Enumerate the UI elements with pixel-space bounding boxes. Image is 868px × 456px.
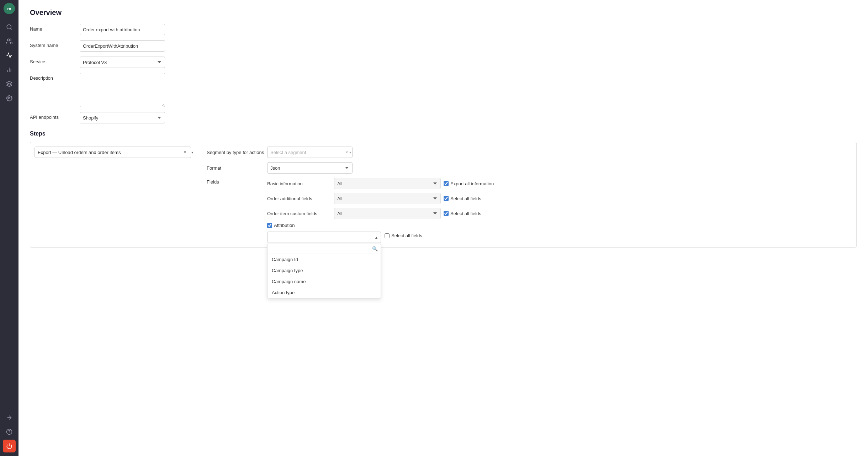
name-row: Name [30,24,857,35]
main-content: Overview Name System name Service Protoc… [18,0,868,456]
description-input[interactable] [80,73,165,107]
format-select[interactable]: Json [267,162,353,174]
fields-row: Fields Basic information All Export all … [207,178,851,243]
system-name-row: System name [30,40,857,52]
api-endpoints-row: API endpoints Shopify [30,112,857,123]
segment-dropdown-icon[interactable]: ▾ [349,150,351,154]
system-name-label: System name [30,40,80,48]
attribution-select[interactable] [267,232,381,243]
steps-title: Steps [30,131,857,137]
step-dropdown-button[interactable]: ▾ [189,149,195,155]
order-item-line: Order item custom fields All Select all … [267,208,851,219]
dropdown-item-action-type[interactable]: Action type [268,287,381,298]
attribution-select-container: ▲ 🔍 Campaign Id Campaign type C [267,232,381,243]
format-label: Format [207,165,267,171]
sidebar-item-settings[interactable] [3,92,16,105]
segment-row: Segment by type for actions Select a seg… [207,147,851,158]
search-icon: 🔍 [372,246,378,251]
step-right: Segment by type for actions Select a seg… [201,147,856,243]
segment-clear-icon[interactable]: × [345,150,348,155]
sidebar-item-users[interactable] [3,35,16,48]
basic-info-line: Basic information All Export all informa… [267,178,851,189]
steps-container: Export — Unload orders and order items ×… [30,142,857,248]
order-item-select[interactable]: All [334,208,441,219]
step-select-wrapper: Export — Unload orders and order items ×… [35,147,197,158]
order-item-checkbox-label[interactable]: Select all fields [444,211,481,216]
svg-point-0 [7,25,11,29]
dropdown-item-campaign-id[interactable]: Campaign Id [268,254,381,265]
page-title: Overview [30,9,857,17]
segment-select[interactable]: Select a segment [267,147,353,158]
segment-label: Segment by type for actions [207,150,267,155]
format-row: Format Json [207,162,851,174]
step-left: Export — Unload orders and order items ×… [30,147,201,158]
attribution-row: Attribution [267,223,851,228]
fields-label: Fields [207,178,267,185]
order-additional-label: Order additional fields [267,196,331,201]
order-additional-checkbox[interactable] [444,196,449,201]
basic-info-label: Basic information [267,181,331,186]
sidebar-item-export[interactable] [3,411,16,424]
basic-info-select[interactable]: All [334,178,441,189]
order-item-label: Order item custom fields [267,211,331,216]
attribution-checkbox[interactable] [267,223,272,228]
svg-point-6 [9,97,10,99]
system-name-input[interactable] [80,40,165,52]
attribution-dropdown-wrapper: ▲ 🔍 Campaign Id Campaign type C [267,232,851,243]
api-endpoints-select[interactable]: Shopify [80,112,165,123]
service-row: Service Protocol V3 [30,57,857,68]
sidebar: m [0,0,18,456]
svg-point-2 [7,39,10,41]
sidebar-item-campaigns[interactable] [3,49,16,62]
order-additional-line: Order additional fields All Select all f… [267,193,851,204]
dropdown-search-input[interactable] [270,246,370,251]
attribution-checkbox-label[interactable]: Attribution [267,223,295,228]
sidebar-item-analytics[interactable] [3,63,16,76]
sidebar-item-integrations[interactable] [3,78,16,90]
step-select[interactable]: Export — Unload orders and order items [35,147,191,158]
order-item-checkbox[interactable] [444,211,449,216]
step-row: Export — Unload orders and order items ×… [30,142,856,247]
avatar[interactable]: m [4,3,15,14]
sidebar-item-search[interactable] [3,21,16,33]
basic-info-checkbox-label[interactable]: Export all information [444,181,494,186]
dropdown-item-campaign-name[interactable]: Campaign name [268,276,381,287]
attribution-dropdown-popup: 🔍 Campaign Id Campaign type Campaign nam… [267,244,381,298]
basic-info-checkbox[interactable] [444,181,449,186]
api-endpoints-label: API endpoints [30,112,80,120]
description-label: Description [30,73,80,81]
dropdown-item-campaign-type[interactable]: Campaign type [268,265,381,276]
order-additional-checkbox-label[interactable]: Select all fields [444,196,481,201]
svg-line-1 [10,28,11,29]
step-clear-button[interactable]: × [182,149,188,155]
sidebar-item-power[interactable] [3,440,16,452]
service-select[interactable]: Protocol V3 [80,57,165,68]
order-additional-select[interactable]: All [334,193,441,204]
fields-content: Basic information All Export all informa… [267,178,851,243]
description-row: Description [30,73,857,107]
name-input[interactable] [80,24,165,35]
select-all-fields-checkbox[interactable] [385,233,390,238]
name-label: Name [30,24,80,32]
sidebar-item-help[interactable] [3,425,16,438]
dropdown-search-area: 🔍 [268,244,381,254]
service-label: Service [30,57,80,64]
segment-value: Select a segment × ▾ [267,147,851,158]
select-all-fields-label[interactable]: Select all fields [385,232,422,238]
